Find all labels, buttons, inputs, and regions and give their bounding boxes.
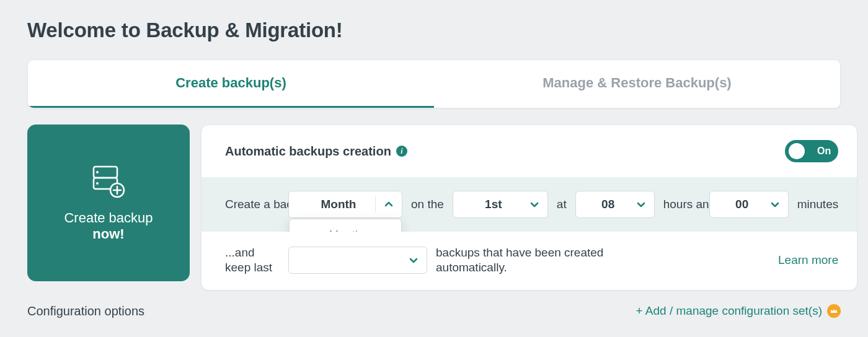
chevron-up-icon <box>384 201 393 208</box>
info-icon[interactable]: i <box>396 146 407 157</box>
keep-row: ...and keep last backups that have been … <box>202 232 857 290</box>
chevron-down-icon <box>637 201 645 208</box>
automatic-backups-panel: Automatic backups creation i On Create a… <box>201 125 857 291</box>
minutes-select[interactable]: 00 <box>709 191 789 218</box>
crown-icon <box>827 304 841 318</box>
learn-more-link[interactable]: Learn more <box>778 253 838 267</box>
hours-value: 08 <box>588 198 642 211</box>
server-plus-icon <box>91 164 126 199</box>
automatic-backup-toggle[interactable]: On <box>785 140 838 162</box>
frequency-unit-select[interactable]: Month Month Week Day <box>288 191 402 218</box>
at-label: at <box>557 197 567 212</box>
tab-create-backups[interactable]: Create backup(s) <box>28 60 434 108</box>
schedule-row: Create a backup every Month Month Week D… <box>202 177 857 232</box>
create-now-label-2: now! <box>92 226 124 242</box>
keep-suffix: backups that have been created automatic… <box>436 245 647 275</box>
hours-select[interactable]: 08 <box>575 191 655 218</box>
tabs: Create backup(s) Manage & Restore Backup… <box>27 59 841 108</box>
page-title: Welcome to Backup & Migration! <box>27 19 841 42</box>
create-backup-now-button[interactable]: Create backup now! <box>27 125 190 281</box>
frequency-option-month[interactable]: Month <box>290 219 401 232</box>
chevron-down-icon <box>409 257 418 263</box>
minutes-value: 00 <box>722 198 776 211</box>
day-of-month-select[interactable]: 1st <box>453 191 548 218</box>
hours-label: hours and <box>663 197 701 212</box>
schedule-prefix: Create a backup every <box>225 197 280 212</box>
minutes-label: minutes <box>797 197 839 212</box>
keep-prefix: ...and keep last <box>225 245 280 275</box>
frequency-unit-dropdown: Month Week Day <box>289 219 402 232</box>
chevron-down-icon <box>530 201 539 208</box>
chevron-down-icon <box>771 201 779 208</box>
keep-count-select[interactable] <box>288 247 427 274</box>
configuration-heading: Configuration options <box>27 304 144 318</box>
tab-manage-restore[interactable]: Manage & Restore Backup(s) <box>434 60 840 108</box>
panel-heading: Automatic backups creation <box>225 144 391 159</box>
day-of-month-value: 1st <box>471 198 529 211</box>
add-manage-config-link[interactable]: + Add / manage configuration set(s) <box>636 304 822 318</box>
frequency-unit-value: Month <box>308 198 384 211</box>
on-the-label: on the <box>411 197 444 212</box>
create-now-label-1: Create backup <box>64 210 153 226</box>
toggle-label: On <box>817 146 831 157</box>
